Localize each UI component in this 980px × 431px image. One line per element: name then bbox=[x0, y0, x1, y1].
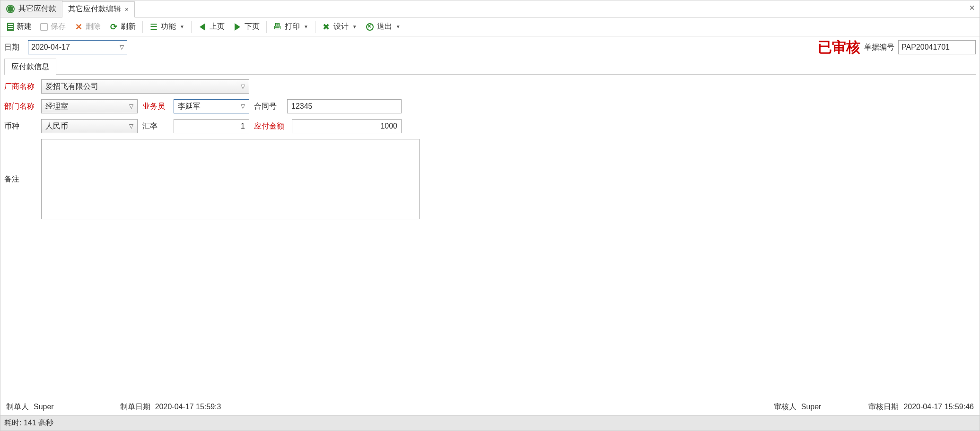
prev-label: 上页 bbox=[210, 22, 225, 32]
delete-button[interactable]: ✕ 删除 bbox=[70, 20, 105, 34]
date-label: 日期 bbox=[4, 43, 28, 52]
subtab-payable-info[interactable]: 应付款信息 bbox=[4, 59, 56, 75]
dept-value: 经理室 bbox=[45, 102, 68, 112]
date-value: 2020-04-17 bbox=[31, 43, 70, 52]
exit-icon bbox=[366, 23, 374, 31]
doc-number-field[interactable]: PAP20041701 bbox=[898, 40, 976, 54]
rate-input[interactable]: 1 bbox=[174, 119, 249, 133]
tab-other-payables-list[interactable]: 其它应付款 bbox=[0, 0, 62, 17]
vendor-value: 爱招飞有限公司 bbox=[45, 82, 98, 92]
delete-label: 删除 bbox=[86, 22, 101, 32]
function-label: 功能 bbox=[161, 22, 176, 32]
contract-value: 12345 bbox=[291, 102, 313, 111]
auditor-value: Super bbox=[801, 403, 822, 411]
currency-select[interactable]: 人民币 ▽ bbox=[41, 119, 138, 133]
separator bbox=[191, 21, 192, 33]
new-icon bbox=[7, 23, 14, 31]
status-bar: 耗时: 141 毫秒 bbox=[0, 415, 980, 431]
new-label: 新建 bbox=[17, 22, 32, 32]
separator bbox=[142, 21, 143, 33]
audit-time-label: 审核日期 bbox=[868, 402, 899, 412]
header-row: 日期 2020-04-17 ▽ 已审核 单据编号 PAP20041701 bbox=[4, 39, 976, 55]
tab-label: 其它应付款编辑 bbox=[68, 4, 121, 14]
next-icon bbox=[233, 23, 242, 31]
dept-select[interactable]: 经理室 ▽ bbox=[41, 99, 138, 113]
auditor-label: 审核人 bbox=[774, 402, 796, 412]
tab-label: 其它应付款 bbox=[18, 4, 56, 14]
wrench-icon: ✖ bbox=[322, 23, 331, 31]
chevron-down-icon: ▽ bbox=[120, 44, 124, 51]
refresh-button[interactable]: ⟳ 刷新 bbox=[105, 20, 140, 34]
print-button[interactable]: 🖶 打印 ▼ bbox=[270, 20, 312, 34]
refresh-label: 刷新 bbox=[121, 22, 136, 32]
exit-label: 退出 bbox=[377, 22, 392, 32]
chevron-down-icon: ▼ bbox=[396, 24, 401, 29]
remark-label: 备注 bbox=[4, 174, 38, 184]
sales-select[interactable]: 李延军 ▽ bbox=[174, 99, 249, 113]
print-label: 打印 bbox=[285, 22, 300, 32]
creator-value: Super bbox=[34, 403, 54, 411]
tab-other-payables-edit[interactable]: 其它应付款编辑 × bbox=[62, 1, 135, 17]
rate-value: 1 bbox=[241, 122, 245, 130]
new-button[interactable]: 新建 bbox=[3, 20, 35, 34]
app-window: 其它应付款 其它应付款编辑 × × 新建 保存 ✕ 删除 ⟳ 刷新 ☰ 功能 ▼ bbox=[0, 0, 980, 431]
prev-button[interactable]: 上页 bbox=[194, 20, 228, 34]
chevron-down-icon: ▽ bbox=[129, 103, 133, 110]
create-time-value: 2020-04-17 15:59:3 bbox=[155, 403, 221, 411]
vendor-select[interactable]: 爱招飞有限公司 ▽ bbox=[41, 79, 249, 94]
save-button[interactable]: 保存 bbox=[36, 20, 70, 34]
form-body: 日期 2020-04-17 ▽ 已审核 单据编号 PAP20041701 应付款… bbox=[0, 36, 980, 415]
currency-label: 币种 bbox=[4, 121, 38, 131]
create-time-label: 制单日期 bbox=[120, 402, 150, 412]
creator-label: 制单人 bbox=[6, 402, 29, 412]
separator bbox=[266, 21, 267, 33]
delete-icon: ✕ bbox=[74, 23, 83, 31]
sales-value: 李延军 bbox=[178, 102, 201, 112]
function-button[interactable]: ☰ 功能 ▼ bbox=[146, 20, 188, 34]
doc-number-label: 单据编号 bbox=[864, 43, 894, 52]
footer-info: 制单人 Super 制单日期 2020-04-17 15:59:3 审核人 Su… bbox=[4, 398, 976, 415]
sales-label: 业务员 bbox=[142, 102, 171, 112]
chevron-down-icon: ▼ bbox=[304, 24, 308, 29]
chevron-down-icon: ▽ bbox=[241, 83, 245, 90]
subtab-label: 应付款信息 bbox=[11, 62, 49, 70]
close-icon[interactable]: × bbox=[125, 6, 129, 13]
approved-stamp: 已审核 bbox=[818, 38, 860, 57]
separator bbox=[315, 21, 315, 33]
design-button[interactable]: ✖ 设计 ▼ bbox=[318, 20, 361, 34]
exit-button[interactable]: 退出 ▼ bbox=[362, 20, 404, 34]
next-button[interactable]: 下页 bbox=[229, 20, 263, 34]
dept-label: 部门名称 bbox=[4, 102, 38, 112]
payable-form: 厂商名称 爱招飞有限公司 ▽ 部门名称 经理室 ▽ 业务员 李延军 ▽ 合同号 bbox=[4, 75, 976, 219]
chevron-down-icon: ▽ bbox=[241, 103, 245, 110]
contract-label: 合同号 bbox=[254, 102, 284, 112]
contract-input[interactable]: 12345 bbox=[287, 99, 402, 113]
save-label: 保存 bbox=[51, 22, 66, 32]
globe-icon bbox=[6, 5, 15, 13]
remark-input[interactable] bbox=[41, 139, 420, 219]
list-icon: ☰ bbox=[149, 23, 158, 31]
refresh-icon: ⟳ bbox=[109, 23, 118, 31]
amount-value: 1000 bbox=[380, 122, 397, 130]
amount-label: 应付金额 bbox=[254, 121, 289, 131]
amount-input[interactable]: 1000 bbox=[292, 119, 402, 133]
next-label: 下页 bbox=[245, 22, 260, 32]
document-tabs: 其它应付款 其它应付款编辑 × × bbox=[0, 0, 980, 17]
design-label: 设计 bbox=[333, 22, 349, 32]
print-icon: 🖶 bbox=[273, 23, 282, 31]
window-close-icon[interactable]: × bbox=[969, 2, 975, 13]
date-input[interactable]: 2020-04-17 ▽ bbox=[28, 40, 127, 54]
chevron-down-icon: ▼ bbox=[180, 24, 184, 29]
sub-tabs: 应付款信息 bbox=[4, 58, 976, 75]
vendor-label: 厂商名称 bbox=[4, 82, 38, 92]
toolbar: 新建 保存 ✕ 删除 ⟳ 刷新 ☰ 功能 ▼ 上页 下页 bbox=[0, 17, 980, 36]
chevron-down-icon: ▽ bbox=[129, 123, 133, 129]
elapsed-time: 耗时: 141 毫秒 bbox=[4, 418, 53, 428]
chevron-down-icon: ▼ bbox=[352, 24, 357, 29]
save-icon bbox=[40, 23, 48, 31]
audit-time-value: 2020-04-17 15:59:46 bbox=[903, 403, 974, 411]
currency-value: 人民币 bbox=[45, 121, 68, 131]
prev-icon bbox=[198, 23, 207, 31]
doc-number-value: PAP20041701 bbox=[901, 43, 950, 52]
rate-label: 汇率 bbox=[142, 121, 171, 131]
